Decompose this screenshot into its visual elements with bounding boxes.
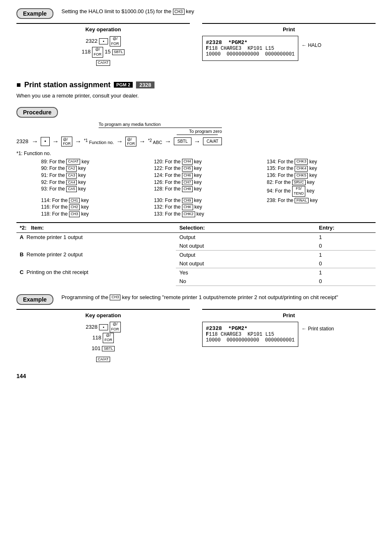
ca3-fn-key: CA3 [66,173,77,179]
fn-item-placeholder2 [267,211,376,217]
print-station-section: ■ Print station assignment PGM 2 2328 Wh… [16,81,376,99]
key-op-line2: 118 @/FOR 15 SBTL [16,46,190,57]
chk4-fn-key: CHK4 [295,166,308,172]
fn-item-19: 136: For the CHK5 key [267,172,376,179]
fn-item-7: 116: For the CH2 key [41,204,150,210]
dot-key-top: • [99,38,108,44]
print-title-top: Print [202,26,376,33]
section-heading: Print station assignment [24,81,111,89]
fn-item-10: 122: For the CH5 key [154,165,263,172]
item-a-entry2: 0 [316,242,376,251]
caat-key-top: CA/AT [96,60,110,66]
print-station-annotation: ← Print station [302,326,334,332]
example-badge-bottom: Example [16,294,53,305]
key-op-title-top: Key operation [16,26,190,33]
ch3-key-top: CH3 [173,9,184,15]
ch7-fn-key: CH7 [182,180,193,186]
section-description: When you use a remote printer, consult y… [16,93,376,99]
srvc-fn-key: SRVC [292,180,306,186]
flow-fn-label: *1 Function no. [84,138,114,145]
dot-key-bottom: • [99,324,108,330]
print-b-line2: F118 CHARGE3 KP101 L15 [206,332,295,337]
item-b-entry2: 0 [316,259,376,268]
item-a-sel2: Not output [176,242,316,251]
key-op-title-bottom: Key operation [16,312,190,318]
col-selection-header: Selection: [176,223,316,233]
footnote1-label: *1: Function no. [16,151,376,156]
section-square: ■ [16,81,21,89]
fn-item-12: 126: For the CH7 key [154,179,263,186]
key-op-line1: 2322 • @/FOR [16,36,190,46]
bottom-example-section: Example Programming of the CH3 key for s… [16,294,376,365]
table-row-a1: A Remote printer 1 output Output 1 [16,232,376,242]
chk2-fn-key: CHK2 [182,211,195,217]
bottom-example-panels: Key operation 2328 • @/FOR 118 @/FOR 101… [16,309,376,365]
for-key-top2: @/FOR [92,47,103,57]
fn-item-placeholder [267,204,376,210]
item-b-entry1: 1 [316,250,376,259]
fn-item-22: 238: For the FINAL key [267,197,376,204]
print-content-top: #2328 *PGM2* F118 CHARGE3 KP101 L15 1000… [202,36,376,61]
top-example-description: Setting the HALO limit to $1000.00 (15) … [62,8,194,15]
fn-item-9: 120: For the CH4 key [154,159,263,165]
flow-arrow1: → [32,138,38,145]
caat-key-bottom: CA/AT [96,357,110,362]
flow-start-num: 2328 [16,138,28,144]
print-line2-top: F118 CHARGE3 KP101 L15 [206,46,295,51]
bottom-example-row: Example Programming of the CH3 key for s… [16,294,376,305]
fstend-fn-key: FS/TEND [292,186,306,196]
item-c-entry1: 1 [316,268,376,277]
table-row-c1: C Printing on the chit receipt Yes 1 [16,268,376,277]
fn-item-8: 118: For the CH3 key [41,211,150,217]
table-header-row: *2: Item: Selection: Entry: [16,223,376,233]
fn-list: 89: For the CA/AT key 120: For the CH4 k… [41,159,376,217]
flow-top-annotation: To program any media function [99,122,376,127]
bottom-line4: CA/AT [16,354,190,365]
top-example-panels: Key operation 2322 • @/FOR 118 @/FOR 15 … [16,23,376,68]
print-box-bottom: #2328 *PGM2* F118 CHARGE3 KP101 L15 1000… [202,322,298,347]
num-badge: 2328 [136,81,154,88]
flow-arrow7: → [194,138,201,145]
flow-bracket-line [99,128,376,128]
flow-zero-annotation: To program zero [189,129,376,134]
item-a-entry1: 1 [316,232,376,242]
col-entry-header: Entry: [316,223,376,233]
bottom-line2: 118 @/FOR [16,332,190,343]
ch4-fn-key: CH4 [182,159,193,165]
fn-item-4: 92: For the CA4 key [41,179,150,186]
ch1-fn-key: CH1 [69,198,80,204]
table-row-b1: B Remote printer 2 output Output 1 [16,250,376,259]
print-box-top: #2328 *PGM2* F118 CHARGE3 KP101 L15 1000… [202,36,298,61]
chk-fn-key: CHK [182,204,193,210]
ch9-fn-key: CH9 [182,198,193,204]
example-badge-top: Example [16,8,53,19]
flow-key2-box: @/FOR [125,137,136,146]
print-line3-top: 10000 00000000000 0000000001 [206,51,295,57]
key-op-content-top: 2322 • @/FOR 118 @/FOR 15 SBTL CA/AT [16,36,190,68]
flow-arrow4: → [116,138,123,145]
fn-item-5: 93: For the CA5 key [41,186,150,196]
flow-arrow3: → [75,138,81,145]
flow-arrow6: → [165,138,171,145]
fn-item-21: 94: For the FS/TEND key [267,186,376,196]
key-operation-panel-top: Key operation 2322 • @/FOR 118 @/FOR 15 … [16,23,190,68]
bottom-line1: 2328 • @/FOR [16,322,190,332]
ch3-key-bottom: CH3 [110,295,120,300]
flow-diagram: To program any media function To program… [16,122,376,146]
ca4-fn-key: CA4 [66,180,77,186]
flow-arrow2: → [52,138,59,145]
print-panel-top: Print #2328 *PGM2* F118 CHARGE3 KP101 L1… [202,23,376,68]
fn-item-17: 134: For the CHK3 key [267,159,376,165]
footnote1-section: *1: Function no. 89: For the CA/AT key 1… [16,151,376,217]
fn-item-3: 91: For the CA3 key [41,172,150,179]
flow-caat-box: CA/AT [203,137,222,145]
flow-sbtl-box: SBTL [174,137,191,145]
bottom-example-description: Programming of the CH3 key for selecting… [62,294,338,300]
flow-key1-box: @/FOR [61,137,72,146]
ca5-fn-key: CA5 [66,186,77,192]
key-op-content-bottom: 2328 • @/FOR 118 @/FOR 101 SBTL CA/AT [16,322,190,365]
ch6-fn-key: CH6 [182,173,193,179]
item-b-label: B Remote printer 2 output [16,250,176,268]
item-a-sel1: Output [176,232,316,242]
item-c-label: C Printing on the chit receipt [16,268,176,286]
